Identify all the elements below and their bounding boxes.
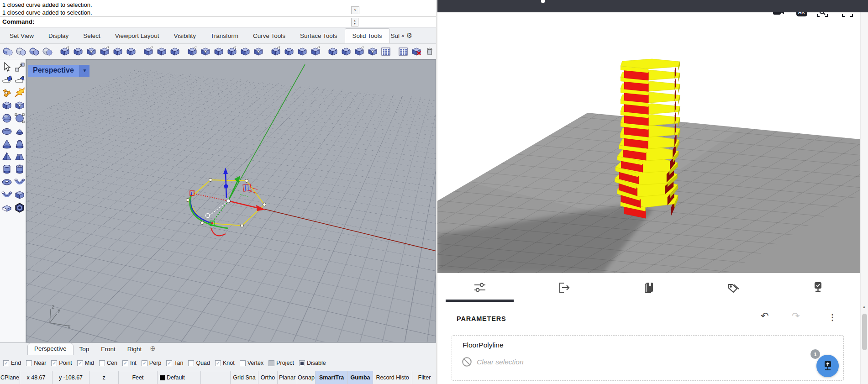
hex-bolt-icon[interactable] [14, 202, 26, 214]
clear-selection-button[interactable]: Clear selection [462, 357, 524, 367]
overflow-menu-button[interactable]: ⋮ [828, 312, 836, 322]
unroll-edge-icon[interactable] [239, 46, 251, 58]
slab-icon[interactable] [1, 202, 13, 214]
menu-tab-overflow[interactable]: Sul [391, 32, 400, 39]
submit-fab-button[interactable] [816, 355, 839, 377]
pipe-round-icon[interactable] [1, 189, 13, 201]
menu-tab-curve-tools[interactable]: Curve Tools [246, 29, 293, 43]
command-history[interactable]: 1 closed curve added to selection. 1 clo… [0, 0, 437, 17]
osnap-int[interactable]: ✓Int [122, 360, 137, 366]
edge-softening-icon[interactable] [253, 46, 264, 58]
truncated-pyramid-icon[interactable] [14, 151, 26, 163]
status-pane-planar[interactable]: Planar [278, 371, 297, 384]
box-points-icon[interactable] [14, 100, 26, 111]
osnap-checkbox-checked[interactable]: ✓ [122, 360, 128, 366]
status-pane-feet[interactable]: Feet [119, 371, 158, 384]
array-hole-polar-icon[interactable] [397, 46, 409, 58]
status-pane-z[interactable]: z [89, 371, 119, 384]
cylinder-hole-icon[interactable] [327, 46, 339, 58]
osnap-near[interactable]: Near [26, 360, 46, 366]
box-deform-icon[interactable] [72, 46, 84, 58]
place-hole-icon[interactable] [353, 46, 365, 58]
osnap-project[interactable]: Project [268, 360, 294, 366]
viewport-tab-top[interactable]: Top [74, 344, 95, 355]
osnap-checkbox-checked[interactable]: ✓ [51, 360, 57, 366]
cone-icon[interactable] [1, 138, 13, 150]
menu-tab-surface-tools[interactable]: Surface Tools [293, 29, 345, 43]
osnap-checkbox-checked[interactable]: ✓ [166, 360, 172, 366]
osnap-end[interactable]: ✓End [3, 360, 21, 366]
status-pane-default[interactable]: Default [158, 371, 201, 384]
osnap-checkbox-unchecked[interactable] [99, 360, 105, 366]
menu-overflow-chevron-icon[interactable]: » [401, 32, 405, 39]
status-pane-x-48-67[interactable]: x 48.67 [20, 371, 53, 384]
delete-hole-icon[interactable]: ✕ [410, 46, 422, 58]
boolean-difference-icon[interactable] [15, 46, 27, 58]
panel-scrollbar[interactable]: ▲ [860, 12, 868, 384]
osnap-checkbox-unchecked[interactable] [26, 360, 32, 366]
status-pane-filter[interactable]: Filter [412, 371, 437, 384]
status-pane-empty[interactable] [201, 371, 231, 384]
osnap-cen[interactable]: Cen [99, 360, 117, 366]
add-viewport-tab-icon[interactable]: ✠ [147, 343, 158, 355]
status-pane-grid-sna[interactable]: Grid Sna [231, 371, 258, 384]
osnap-checkbox-dark[interactable] [299, 360, 305, 366]
torus-icon[interactable] [1, 176, 13, 188]
sphere-icon[interactable] [1, 112, 13, 124]
cap-planar-holes-icon[interactable] [142, 46, 154, 58]
menu-tab-viewport-layout[interactable]: Viewport Layout [108, 29, 167, 43]
osnap-checkbox-filled[interactable] [268, 360, 274, 366]
viewer-3d-canvas[interactable] [437, 12, 860, 273]
command-prompt[interactable]: Command: [0, 17, 437, 27]
extrude-face-icon[interactable] [296, 46, 308, 58]
viewer-tab-versions[interactable] [606, 273, 691, 302]
chamfer-edge-icon[interactable] [226, 46, 238, 58]
array-hole-grid-icon[interactable] [380, 46, 392, 58]
viewer-tab-export[interactable] [522, 273, 606, 302]
viewport-title-dropdown-icon[interactable]: ▼ [79, 65, 89, 77]
visibility-flag-icon[interactable] [1, 74, 13, 86]
osnap-checkbox-unchecked[interactable] [240, 360, 246, 366]
menu-tab-solid-tools[interactable]: Solid Tools [345, 28, 390, 43]
command-spinner[interactable]: ▲▼ [351, 18, 358, 26]
osnap-disable[interactable]: Disable [299, 360, 326, 366]
tube-icon[interactable] [14, 163, 26, 175]
offset-surface-icon[interactable] [169, 46, 181, 58]
solid-union-edit-icon[interactable] [125, 46, 137, 58]
redo-button[interactable]: ↷ [792, 311, 800, 321]
boolean-union-icon[interactable] [2, 46, 14, 58]
create-solid-icon[interactable] [186, 46, 198, 58]
menu-tab-select[interactable]: Select [76, 29, 108, 43]
menu-tab-visibility[interactable]: Visibility [166, 29, 203, 43]
cylinder-icon[interactable] [1, 163, 13, 175]
boolean-intersection-icon[interactable] [28, 46, 40, 58]
move-uvn-icon[interactable] [14, 61, 26, 73]
osnap-mid[interactable]: ✓Mid [77, 360, 94, 366]
ellipsoid-icon[interactable] [1, 125, 13, 137]
viewport-tab-front[interactable]: Front [95, 344, 121, 355]
sphere-points-icon[interactable] [14, 112, 26, 124]
pyramid-icon[interactable] [1, 151, 13, 163]
osnap-checkbox-checked[interactable]: ✓ [142, 360, 147, 366]
osnap-perp[interactable]: ✓Perp [142, 360, 161, 366]
box-corner-icon[interactable] [59, 46, 71, 58]
osnap-checkbox-checked[interactable]: ✓ [3, 360, 9, 366]
extrusion-icon[interactable] [14, 189, 26, 201]
toolbar-gear-icon[interactable]: ⚙ [406, 32, 412, 40]
viewer-tab-parameters-sliders[interactable] [437, 273, 522, 302]
menu-tab-set-view[interactable]: Set View [2, 29, 41, 43]
menu-tab-transform[interactable]: Transform [203, 29, 246, 43]
osnap-tan[interactable]: ✓Tan [166, 360, 183, 366]
osnap-vertex[interactable]: Vertex [240, 360, 263, 366]
explode-puzzle-icon[interactable] [1, 87, 13, 99]
status-pane-y-108-67[interactable]: y -108.67 [53, 371, 89, 384]
fillet-edge-icon[interactable] [200, 46, 211, 58]
viewer-tab-tags[interactable] [691, 273, 776, 302]
select-pointer-icon[interactable] [1, 61, 13, 73]
status-pane-osnap[interactable]: Osnap [297, 371, 316, 384]
status-pane-gumba[interactable]: Gumba [348, 371, 373, 384]
history-dropdown-icon[interactable]: ˅ [351, 6, 359, 14]
viewport-tab-perspective[interactable]: Perspective [27, 343, 74, 355]
twist-solid-icon[interactable] [112, 46, 124, 58]
viewport-title-label[interactable]: Perspective [28, 65, 79, 77]
